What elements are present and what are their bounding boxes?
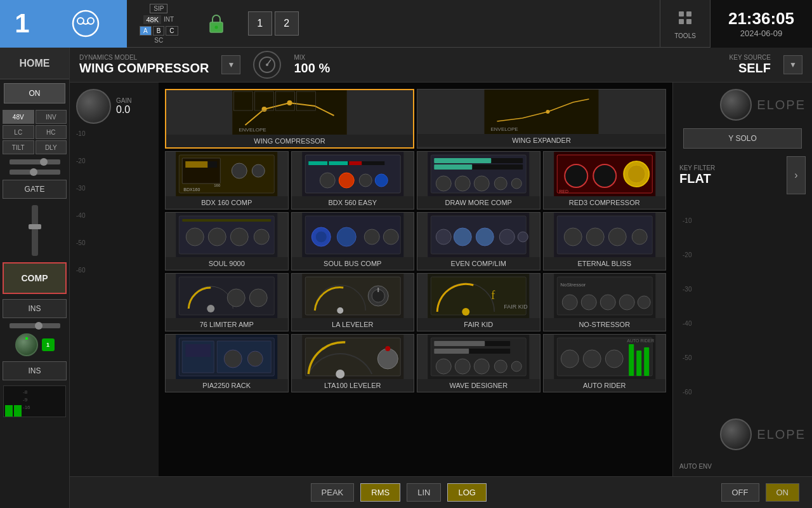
svg-point-4: [214, 26, 218, 29]
flag-dly[interactable]: DLY: [36, 140, 67, 154]
level-meter: -8 -9 -16: [3, 385, 65, 417]
num-btn-2[interactable]: 2: [275, 11, 299, 36]
svg-point-145: [605, 350, 623, 368]
bottom-bar: PEAK RMS LIN LOG OFF ON: [70, 476, 812, 508]
svg-point-79: [364, 229, 379, 244]
svg-point-93: [632, 229, 647, 244]
flag-lc[interactable]: LC: [3, 125, 34, 139]
log-button[interactable]: LOG: [447, 483, 486, 502]
plugin-eternal[interactable]: ETERNAL BLISS: [543, 212, 667, 271]
flag-inv[interactable]: INV: [36, 110, 67, 124]
plugin-wing-compressor[interactable]: ENVELOPE WING COMPRESSOR: [165, 89, 414, 149]
laleveler-name: LA LEVELER: [292, 318, 414, 331]
main-knob[interactable]: [15, 333, 38, 356]
rms-button[interactable]: RMS: [360, 483, 400, 502]
solo-button[interactable]: Y SOLO: [683, 128, 802, 149]
plugin-drawmore[interactable]: DRAW MORE COMP: [417, 151, 540, 210]
svg-point-138: [474, 359, 489, 374]
svg-point-46: [339, 173, 354, 188]
plugin-red3[interactable]: RED RED3 COMPRESSOR: [543, 151, 667, 210]
right-db-scale: -10 -20 -30 -40 -50 -60: [673, 201, 812, 412]
gain-value: 0.0: [116, 104, 131, 116]
channel-number[interactable]: 1: [0, 0, 44, 48]
db-minus50: -50: [76, 239, 152, 246]
svg-point-113: [562, 295, 577, 310]
svg-point-85: [476, 228, 494, 246]
svg-text:FAIR KID: FAIR KID: [504, 304, 528, 310]
plugin-nostressor[interactable]: NoStressor NO-STRESSOR: [543, 273, 667, 331]
scale-minus50: -50: [683, 354, 802, 361]
gate-slider[interactable]: [32, 205, 38, 256]
wing-compressor-name: WING COMPRESSOR: [166, 135, 413, 147]
plugin-lta100[interactable]: LTA100 LEVELER: [291, 334, 415, 392]
svg-point-87: [518, 232, 528, 242]
flag-hc[interactable]: HC: [36, 125, 67, 139]
gate-button[interactable]: GATE: [3, 180, 67, 199]
ins-button-1[interactable]: INS: [3, 299, 67, 318]
svg-point-90: [564, 228, 582, 246]
bdx560-name: BDX 560 EASY: [292, 196, 414, 209]
eternal-name: ETERNAL BLISS: [544, 257, 666, 270]
plugin-fairkid[interactable]: f FAIR KID FAIR KID: [417, 273, 540, 331]
home-button[interactable]: HOME: [0, 48, 69, 79]
gain-knob[interactable]: [76, 89, 111, 124]
wing-expander-name: WING EXPANDER: [417, 134, 665, 147]
plugin-wave[interactable]: WAVE DESIGNER: [417, 334, 540, 392]
flag-48v[interactable]: 48V: [3, 110, 34, 124]
svg-point-117: [638, 296, 650, 309]
scale-minus20: -20: [683, 251, 802, 258]
plugin-evencomp[interactable]: EVEN COMP/LIM: [417, 212, 540, 271]
autorider-thumb: AUTO RIDER: [544, 335, 666, 379]
knob-row: 1: [3, 333, 67, 356]
off-button[interactable]: OFF: [721, 483, 759, 502]
sip-btn-c[interactable]: C: [166, 26, 178, 36]
comp-button[interactable]: COMP: [3, 262, 67, 294]
gain-label: GAIN: [116, 97, 131, 104]
tools-block[interactable]: TOOLS: [660, 0, 710, 48]
svg-point-92: [608, 228, 626, 246]
76limiter-thumb: [166, 274, 288, 318]
lock-icon[interactable]: [197, 4, 235, 43]
svg-point-36: [252, 164, 265, 177]
lta100-name: LTA100 LEVELER: [292, 379, 414, 392]
svg-rect-52: [434, 158, 491, 163]
key-source-dropdown[interactable]: ▼: [783, 55, 802, 74]
svg-rect-6: [686, 11, 691, 17]
right-knob[interactable]: [720, 89, 752, 121]
envelope-label-2: ELOPE: [757, 427, 806, 442]
plugin-soul9000[interactable]: SOUL 9000: [165, 212, 289, 271]
flag-tilt[interactable]: TILT: [3, 140, 34, 154]
sip-btn-a[interactable]: A: [140, 26, 152, 36]
on-button[interactable]: ON: [4, 83, 65, 104]
ins-button-2[interactable]: INS: [3, 361, 67, 380]
plugin-bdx560[interactable]: BDX 560 EASY: [291, 151, 415, 210]
sip-btn-b[interactable]: B: [153, 26, 165, 36]
svg-point-128: [377, 349, 398, 369]
db-minus40: -40: [76, 212, 152, 219]
plugin-laleveler[interactable]: LA LEVELER: [291, 273, 415, 331]
key-filter-arrow[interactable]: ›: [787, 156, 806, 194]
soulbus-thumb: [292, 213, 414, 257]
peak-button[interactable]: PEAK: [311, 483, 355, 502]
plugin-grid-container: ENVELOPE WING COMPRESSOR: [159, 83, 672, 476]
wing-compressor-thumb: ENVELOPE: [166, 90, 413, 135]
on-button-bottom[interactable]: ON: [766, 483, 800, 502]
svg-point-17: [266, 64, 268, 66]
plugin-wing-expander[interactable]: ENVELOPE WING EXPANDER: [417, 89, 666, 149]
scale-minus10: -10: [683, 217, 802, 224]
num-btn-1[interactable]: 1: [248, 11, 272, 36]
plugin-76limiter[interactable]: 76 LIMITER AMP: [165, 273, 289, 331]
right-knob-2[interactable]: [720, 418, 752, 450]
plugin-pia2250[interactable]: PIA2250 RACK: [165, 334, 289, 392]
lin-button[interactable]: LIN: [407, 483, 441, 502]
plugin-bdx160[interactable]: BDX160 160 BDX 160 COMP: [165, 151, 289, 210]
plugin-soulbus[interactable]: SOUL BUS COMP: [291, 212, 415, 271]
svg-point-65: [627, 165, 645, 183]
svg-rect-40: [305, 155, 400, 193]
svg-point-137: [455, 359, 470, 374]
left-gain-panel: GAIN 0.0 -10 -20 -30 -40 -50 -60: [70, 83, 159, 476]
dynamics-model-dropdown[interactable]: ▼: [221, 55, 240, 74]
svg-rect-73: [182, 219, 271, 222]
dynamics-model-label: DYNAMICS MODEL: [79, 54, 209, 61]
plugin-autorider[interactable]: AUTO RIDER AUTO RIDER: [543, 334, 667, 392]
